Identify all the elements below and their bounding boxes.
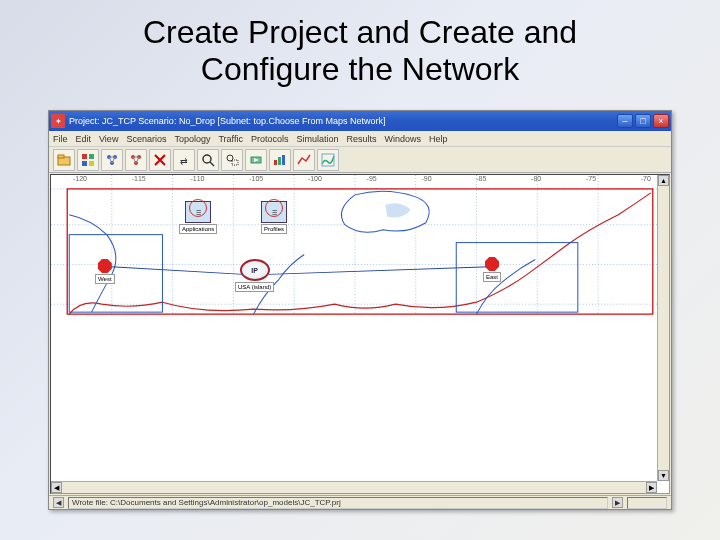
- ace-icon[interactable]: ⇄: [173, 149, 195, 171]
- toolbar: ⇄: [49, 147, 671, 173]
- config-object-icon: ☰: [185, 201, 211, 223]
- node-profiles[interactable]: ☰ Profiles: [261, 201, 287, 234]
- ip-cloud-icon: IP: [240, 259, 270, 281]
- config-object-icon: ☰: [261, 201, 287, 223]
- status-cell: [627, 497, 667, 509]
- menubar: File Edit View Scenarios Topology Traffi…: [49, 131, 671, 147]
- failure-icon[interactable]: [149, 149, 171, 171]
- scroll-right-button[interactable]: ▶: [646, 482, 657, 493]
- statusbar: ◀ Wrote file: C:\Documents and Settings\…: [49, 495, 671, 509]
- titlebar[interactable]: ✦ Project: JC_TCP Scenario: No_Drop [Sub…: [49, 111, 671, 131]
- minimize-button[interactable]: –: [617, 114, 633, 128]
- svg-rect-18: [274, 160, 277, 165]
- node-label: West: [95, 274, 115, 284]
- deploy-server-icon[interactable]: [125, 149, 147, 171]
- menu-scenarios[interactable]: Scenarios: [126, 134, 166, 144]
- window-title: Project: JC_TCP Scenario: No_Drop [Subne…: [69, 116, 617, 126]
- svg-rect-38: [69, 235, 162, 313]
- svg-rect-16: [232, 160, 238, 165]
- node-label: East: [483, 272, 501, 282]
- app-icon: ✦: [51, 114, 65, 128]
- status-next-button[interactable]: ▶: [612, 497, 623, 508]
- node-label: Profiles: [261, 224, 287, 234]
- svg-rect-20: [282, 155, 285, 165]
- menu-results[interactable]: Results: [347, 134, 377, 144]
- svg-line-36: [107, 266, 244, 274]
- slide-title: Create Project and Create and Configure …: [0, 0, 720, 94]
- menu-simulation[interactable]: Simulation: [297, 134, 339, 144]
- menu-protocols[interactable]: Protocols: [251, 134, 289, 144]
- status-text: Wrote file: C:\Documents and Settings\Ad…: [68, 497, 608, 509]
- node-west[interactable]: West: [95, 259, 115, 284]
- svg-point-13: [203, 155, 211, 163]
- svg-rect-3: [89, 154, 94, 159]
- svg-line-14: [210, 162, 214, 166]
- subnet-icon: [485, 257, 499, 271]
- deploy-app-icon[interactable]: [101, 149, 123, 171]
- zoom-rect-icon[interactable]: [221, 149, 243, 171]
- window-controls: – □ ×: [617, 114, 669, 128]
- verify-icon[interactable]: [269, 149, 291, 171]
- menu-help[interactable]: Help: [429, 134, 448, 144]
- object-palette-icon[interactable]: [77, 149, 99, 171]
- svg-rect-1: [58, 155, 64, 158]
- horizontal-scrollbar[interactable]: ◀ ▶: [51, 481, 657, 493]
- close-button[interactable]: ×: [653, 114, 669, 128]
- subnet-icon: [98, 259, 112, 273]
- workspace-canvas[interactable]: -120 -115 -110 -105 -100 -95 -90 -85 -80…: [50, 174, 670, 494]
- zoom-icon[interactable]: [197, 149, 219, 171]
- svg-rect-19: [278, 157, 281, 165]
- node-label: Applications: [179, 224, 217, 234]
- svg-rect-4: [82, 161, 87, 166]
- scroll-down-button[interactable]: ▼: [658, 470, 669, 481]
- node-applications[interactable]: ☰ Applications: [179, 201, 217, 234]
- node-label: USA (island): [235, 282, 274, 292]
- node-east[interactable]: East: [483, 257, 501, 282]
- maximize-button[interactable]: □: [635, 114, 651, 128]
- report-icon[interactable]: [317, 149, 339, 171]
- svg-rect-2: [82, 154, 87, 159]
- map-background: [51, 175, 669, 493]
- scroll-left-button[interactable]: ◀: [51, 482, 62, 493]
- menu-view[interactable]: View: [99, 134, 118, 144]
- scroll-up-button[interactable]: ▲: [658, 175, 669, 186]
- play-icon[interactable]: [245, 149, 267, 171]
- menu-edit[interactable]: Edit: [76, 134, 92, 144]
- menu-traffic[interactable]: Traffic: [218, 134, 243, 144]
- open-icon[interactable]: [53, 149, 75, 171]
- menu-windows[interactable]: Windows: [385, 134, 422, 144]
- svg-text:⇄: ⇄: [180, 156, 188, 166]
- node-ip-cloud[interactable]: IP USA (island): [235, 259, 274, 292]
- svg-rect-5: [89, 161, 94, 166]
- app-window: ✦ Project: JC_TCP Scenario: No_Drop [Sub…: [48, 110, 672, 510]
- status-prev-button[interactable]: ◀: [53, 497, 64, 508]
- menu-topology[interactable]: Topology: [174, 134, 210, 144]
- results-icon[interactable]: [293, 149, 315, 171]
- svg-line-37: [269, 266, 497, 274]
- menu-file[interactable]: File: [53, 134, 68, 144]
- svg-rect-39: [456, 243, 578, 313]
- vertical-scrollbar[interactable]: ▲ ▼: [657, 175, 669, 481]
